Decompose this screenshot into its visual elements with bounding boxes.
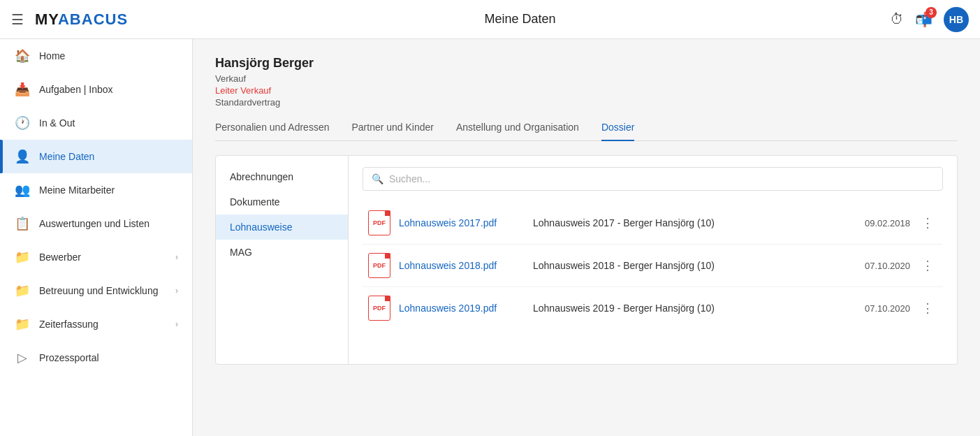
pdf-icon: PDF — [368, 253, 390, 278]
folder-icon: 📁 — [14, 249, 31, 265]
doc-filename[interactable]: Lohnausweis 2018.pdf — [399, 260, 525, 271]
pdf-icon: PDF — [368, 210, 390, 235]
sidebar-item-prozessportal[interactable]: ▷ Prozessportal — [0, 341, 192, 375]
doc-filename[interactable]: Lohnausweis 2019.pdf — [399, 303, 525, 314]
table-row: PDF Lohnausweis 2017.pdf Lohnausweis 201… — [363, 202, 943, 245]
layout: 🏠 Home 📥 Aufgaben | Inbox 🕐 In & Out 👤 M… — [0, 39, 980, 436]
doc-date: 09.02.2018 — [847, 218, 910, 228]
table-row: PDF Lohnausweis 2018.pdf Lohnausweis 201… — [363, 245, 943, 287]
person-icon: 👤 — [14, 149, 31, 164]
sidebar-item-inout[interactable]: 🕐 In & Out — [0, 106, 192, 140]
sidebar-item-label: Meine Daten — [39, 151, 94, 162]
process-icon: ▷ — [14, 350, 31, 365]
sidebar-item-zeiterfassung[interactable]: 📁 Zeiterfassung › — [0, 307, 192, 341]
person-contract: Standardvertrag — [215, 97, 958, 108]
search-icon: 🔍 — [372, 173, 383, 184]
tab-partner[interactable]: Partner und Kinder — [351, 122, 434, 141]
sidebar-item-label: Auswertungen und Listen — [39, 218, 149, 229]
category-dokumente[interactable]: Dokumente — [216, 189, 348, 215]
sidebar-item-label: Zeiterfassung — [39, 319, 98, 330]
topbar: ☰ MYABACUS Meine Daten ⏱ 📬 3 HB — [0, 0, 980, 39]
logo-my: MY — [35, 10, 58, 28]
category-abrechnungen[interactable]: Abrechnungen — [216, 164, 348, 189]
doc-date: 07.10.2020 — [847, 303, 910, 314]
page-title: Meine Daten — [485, 12, 556, 27]
home-icon: 🏠 — [14, 48, 31, 64]
topbar-actions: ⏱ 📬 3 HB — [890, 7, 969, 32]
tabs: Personalien und Adressen Partner und Kin… — [215, 122, 958, 141]
group-icon: 👥 — [14, 182, 31, 198]
search-bar: 🔍 — [363, 167, 943, 191]
categories: Abrechnungen Dokumente Lohnausweise MAG — [216, 156, 349, 364]
doc-more-button[interactable]: ⋮ — [919, 258, 937, 273]
folder3-icon: 📁 — [14, 317, 31, 332]
sidebar-item-aufgaben[interactable]: 📥 Aufgaben | Inbox — [0, 73, 192, 106]
person-role: Verkauf — [215, 73, 958, 84]
inbox-nav-icon: 📥 — [14, 82, 31, 97]
document-area: 🔍 PDF Lohnausweis 2017.pdf Lohnausweis 2… — [349, 156, 957, 364]
sidebar-item-label: Meine Mitarbeiter — [39, 184, 115, 196]
logo-abacus: ABACUS — [58, 10, 128, 28]
list-icon: 📋 — [14, 216, 31, 231]
doc-filename[interactable]: Lohnausweis 2017.pdf — [399, 217, 525, 228]
chevron-right-icon: › — [175, 252, 178, 262]
doc-title: Lohnausweis 2018 - Berger Hansjörg (10) — [533, 260, 839, 271]
doc-date: 07.10.2020 — [847, 261, 910, 271]
clock-icon: 🕐 — [14, 115, 31, 131]
tab-anstellung[interactable]: Anstellung und Organisation — [456, 122, 579, 141]
timer-icon[interactable]: ⏱ — [890, 11, 904, 27]
menu-icon[interactable]: ☰ — [11, 11, 24, 28]
notification-badge: 3 — [926, 7, 937, 18]
folder2-icon: 📁 — [14, 283, 31, 298]
sidebar-item-meinemitarbeiter[interactable]: 👥 Meine Mitarbeiter — [0, 173, 192, 207]
person-position: Leiter Verkauf — [215, 85, 958, 96]
chevron-right-icon3: › — [175, 319, 178, 329]
active-bar — [0, 140, 3, 173]
doc-title: Lohnausweis 2019 - Berger Hansjörg (10) — [533, 303, 839, 314]
sidebar-item-label: Bewerber — [39, 252, 81, 263]
sidebar-item-auswertungen[interactable]: 📋 Auswertungen und Listen — [0, 207, 192, 240]
sidebar: 🏠 Home 📥 Aufgaben | Inbox 🕐 In & Out 👤 M… — [0, 39, 193, 436]
content-panel: Abrechnungen Dokumente Lohnausweise MAG … — [215, 155, 958, 365]
doc-more-button[interactable]: ⋮ — [919, 215, 937, 231]
category-mag[interactable]: MAG — [216, 240, 348, 265]
pdf-icon: PDF — [368, 296, 390, 321]
avatar[interactable]: HB — [944, 7, 969, 32]
sidebar-item-bewerber[interactable]: 📁 Bewerber › — [0, 240, 192, 274]
doc-more-button[interactable]: ⋮ — [919, 300, 937, 316]
sidebar-item-meinedaten[interactable]: 👤 Meine Daten — [0, 140, 192, 173]
inbox-icon[interactable]: 📬 3 — [915, 11, 933, 28]
sidebar-item-label: Aufgaben | Inbox — [39, 84, 113, 95]
tab-personalien[interactable]: Personalien und Adressen — [215, 122, 329, 141]
sidebar-item-label: In & Out — [39, 117, 75, 129]
sidebar-item-label: Betreuung und Entwicklung — [39, 285, 158, 296]
person-header: Hansjörg Berger Verkauf Leiter Verkauf S… — [215, 56, 958, 108]
table-row: PDF Lohnausweis 2019.pdf Lohnausweis 201… — [363, 287, 943, 329]
main-content: Hansjörg Berger Verkauf Leiter Verkauf S… — [193, 39, 980, 436]
sidebar-item-betreuung[interactable]: 📁 Betreuung und Entwicklung › — [0, 274, 192, 307]
sidebar-item-label: Prozessportal — [39, 352, 99, 363]
logo: MYABACUS — [35, 10, 128, 29]
sidebar-item-label: Home — [39, 50, 65, 61]
doc-title: Lohnausweis 2017 - Berger Hansjörg (10) — [533, 217, 839, 228]
search-input[interactable] — [389, 173, 934, 184]
category-lohnausweise[interactable]: Lohnausweise — [216, 215, 348, 240]
tab-dossier[interactable]: Dossier — [601, 122, 634, 141]
chevron-right-icon2: › — [175, 286, 178, 296]
sidebar-item-home[interactable]: 🏠 Home — [0, 39, 192, 73]
person-name: Hansjörg Berger — [215, 56, 958, 71]
